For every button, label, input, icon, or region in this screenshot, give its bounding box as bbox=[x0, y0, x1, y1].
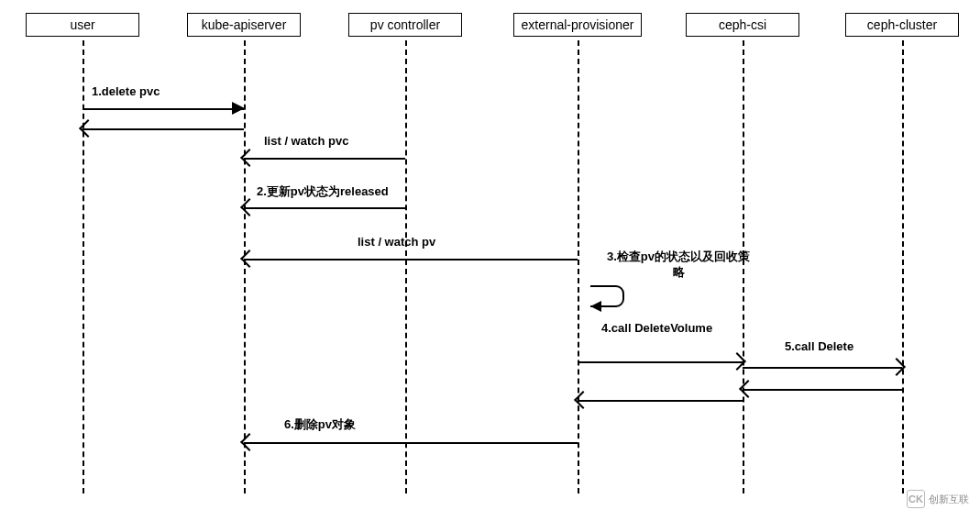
self-arrow bbox=[587, 283, 627, 317]
actor-label: ceph-csi bbox=[719, 17, 766, 32]
actor-label: ceph-cluster bbox=[867, 17, 937, 32]
lifeline-ext bbox=[578, 40, 579, 493]
actor-user: user bbox=[26, 13, 139, 37]
actor-label: external-provisioner bbox=[522, 17, 634, 32]
sequence-diagram: user kube-apiserver pv controller extern… bbox=[0, 0, 980, 521]
actor-ceph: ceph-cluster bbox=[845, 13, 959, 37]
watermark-text: 创新互联 bbox=[929, 493, 969, 506]
msg-label-call-deletevolume: 4.call DeleteVolume bbox=[601, 321, 712, 335]
lifeline-pvc bbox=[405, 40, 407, 493]
msg-label-delete-pvc: 1.delete pvc bbox=[92, 84, 160, 98]
msg-label-update-pv-status: 2.更新pv状态为released bbox=[257, 183, 389, 200]
msg-label-list-watch-pv: list / watch pv bbox=[358, 235, 435, 249]
lifeline-ceph bbox=[902, 40, 904, 493]
msg-label-check-pv-status: 3.检查pv的状态以及回收策略 bbox=[605, 249, 752, 281]
watermark-icon: CK bbox=[907, 490, 925, 508]
msg-label-call-delete: 5.call Delete bbox=[785, 339, 853, 353]
actor-pvc: pv controller bbox=[348, 13, 462, 37]
actor-csi: ceph-csi bbox=[686, 13, 799, 37]
watermark: CK 创新互联 bbox=[907, 490, 969, 508]
actor-label: pv controller bbox=[370, 17, 440, 32]
actor-label: user bbox=[70, 17, 94, 32]
actor-api: kube-apiserver bbox=[187, 13, 301, 37]
msg-label-list-watch-pvc: list / watch pvc bbox=[264, 134, 348, 148]
msg-label-delete-pv-object: 6.删除pv对象 bbox=[284, 416, 356, 433]
svg-marker-0 bbox=[590, 301, 601, 312]
actor-label: kube-apiserver bbox=[202, 17, 287, 32]
actor-ext: external-provisioner bbox=[513, 13, 642, 37]
